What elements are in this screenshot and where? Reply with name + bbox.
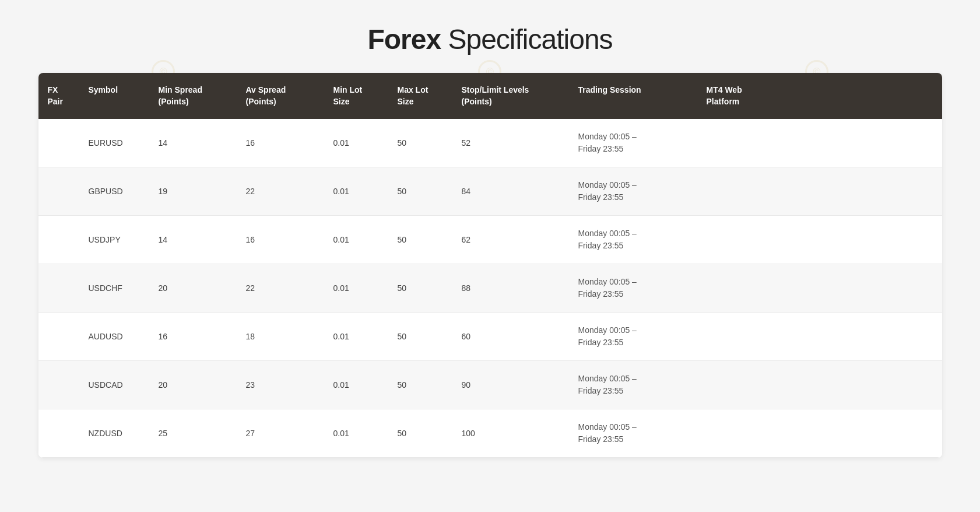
col-header-avspread: Av Spread(Points) bbox=[237, 73, 324, 119]
cell-symbol: AUDUSD bbox=[79, 313, 149, 361]
cell-stoplimit: 90 bbox=[452, 361, 569, 409]
cell-avspread: 22 bbox=[237, 167, 324, 216]
cell-mt4 bbox=[697, 167, 942, 216]
forex-specs-table: FXPair Symbol Min Spread(Points) Av Spre… bbox=[38, 73, 942, 458]
table-row: AUDUSD16180.015060Monday 00:05 –Friday 2… bbox=[38, 313, 942, 361]
cell-stoplimit: 84 bbox=[452, 167, 569, 216]
cell-stoplimit: 60 bbox=[452, 313, 569, 361]
cell-minlot: 0.01 bbox=[324, 167, 388, 216]
cell-avspread: 22 bbox=[237, 264, 324, 313]
cell-symbol: EURUSD bbox=[79, 119, 149, 167]
cell-fxpair bbox=[38, 216, 79, 264]
table-row: USDJPY14160.015062Monday 00:05 –Friday 2… bbox=[38, 216, 942, 264]
cell-maxlot: 50 bbox=[388, 167, 452, 216]
cell-session: Monday 00:05 –Friday 23:55 bbox=[569, 167, 697, 216]
cell-maxlot: 50 bbox=[388, 216, 452, 264]
cell-symbol: USDCHF bbox=[79, 264, 149, 313]
table-row: USDCAD20230.015090Monday 00:05 –Friday 2… bbox=[38, 361, 942, 409]
cell-symbol: NZDUSD bbox=[79, 409, 149, 458]
cell-fxpair bbox=[38, 361, 79, 409]
cell-avspread: 18 bbox=[237, 313, 324, 361]
cell-minspread: 14 bbox=[149, 216, 237, 264]
cell-fxpair bbox=[38, 119, 79, 167]
cell-mt4 bbox=[697, 216, 942, 264]
col-header-symbol: Symbol bbox=[79, 73, 149, 119]
col-header-fxpair: FXPair bbox=[38, 73, 79, 119]
cell-maxlot: 50 bbox=[388, 119, 452, 167]
cell-mt4 bbox=[697, 361, 942, 409]
cell-fxpair bbox=[38, 264, 79, 313]
table-row: GBPUSD19220.015084Monday 00:05 –Friday 2… bbox=[38, 167, 942, 216]
page-title: Forex Specifications bbox=[367, 23, 612, 55]
cell-minlot: 0.01 bbox=[324, 361, 388, 409]
col-header-mt4: MT4 WebPlatform bbox=[697, 73, 942, 119]
cell-mt4 bbox=[697, 313, 942, 361]
cell-avspread: 27 bbox=[237, 409, 324, 458]
col-header-session: Trading Session bbox=[569, 73, 697, 119]
cell-session: Monday 00:05 –Friday 23:55 bbox=[569, 361, 697, 409]
specs-table-container: FXPair Symbol Min Spread(Points) Av Spre… bbox=[38, 73, 942, 458]
cell-symbol: USDJPY bbox=[79, 216, 149, 264]
cell-mt4 bbox=[697, 119, 942, 167]
cell-maxlot: 50 bbox=[388, 361, 452, 409]
cell-maxlot: 50 bbox=[388, 409, 452, 458]
cell-avspread: 16 bbox=[237, 216, 324, 264]
cell-fxpair bbox=[38, 313, 79, 361]
table-row: USDCHF20220.015088Monday 00:05 –Friday 2… bbox=[38, 264, 942, 313]
col-header-stoplimit: Stop/Limit Levels(Points) bbox=[452, 73, 569, 119]
cell-session: Monday 00:05 –Friday 23:55 bbox=[569, 216, 697, 264]
table-row: EURUSD14160.015052Monday 00:05 –Friday 2… bbox=[38, 119, 942, 167]
cell-session: Monday 00:05 –Friday 23:55 bbox=[569, 409, 697, 458]
cell-minspread: 14 bbox=[149, 119, 237, 167]
cell-session: Monday 00:05 –Friday 23:55 bbox=[569, 264, 697, 313]
cell-stoplimit: 88 bbox=[452, 264, 569, 313]
cell-minlot: 0.01 bbox=[324, 216, 388, 264]
cell-minspread: 20 bbox=[149, 264, 237, 313]
cell-minlot: 0.01 bbox=[324, 313, 388, 361]
cell-minspread: 25 bbox=[149, 409, 237, 458]
cell-avspread: 16 bbox=[237, 119, 324, 167]
col-header-minspread: Min Spread(Points) bbox=[149, 73, 237, 119]
col-header-minlot: Min LotSize bbox=[324, 73, 388, 119]
cell-symbol: GBPUSD bbox=[79, 167, 149, 216]
cell-stoplimit: 100 bbox=[452, 409, 569, 458]
cell-mt4 bbox=[697, 264, 942, 313]
cell-avspread: 23 bbox=[237, 361, 324, 409]
cell-minspread: 16 bbox=[149, 313, 237, 361]
cell-minspread: 19 bbox=[149, 167, 237, 216]
cell-minspread: 20 bbox=[149, 361, 237, 409]
cell-session: Monday 00:05 –Friday 23:55 bbox=[569, 313, 697, 361]
cell-maxlot: 50 bbox=[388, 313, 452, 361]
cell-minlot: 0.01 bbox=[324, 264, 388, 313]
col-header-maxlot: Max LotSize bbox=[388, 73, 452, 119]
cell-maxlot: 50 bbox=[388, 264, 452, 313]
cell-fxpair bbox=[38, 409, 79, 458]
cell-symbol: USDCAD bbox=[79, 361, 149, 409]
cell-stoplimit: 62 bbox=[452, 216, 569, 264]
table-row: NZDUSD25270.0150100Monday 00:05 –Friday … bbox=[38, 409, 942, 458]
cell-minlot: 0.01 bbox=[324, 119, 388, 167]
cell-mt4 bbox=[697, 409, 942, 458]
cell-session: Monday 00:05 –Friday 23:55 bbox=[569, 119, 697, 167]
cell-fxpair bbox=[38, 167, 79, 216]
cell-minlot: 0.01 bbox=[324, 409, 388, 458]
cell-stoplimit: 52 bbox=[452, 119, 569, 167]
table-header-row: FXPair Symbol Min Spread(Points) Av Spre… bbox=[38, 73, 942, 119]
